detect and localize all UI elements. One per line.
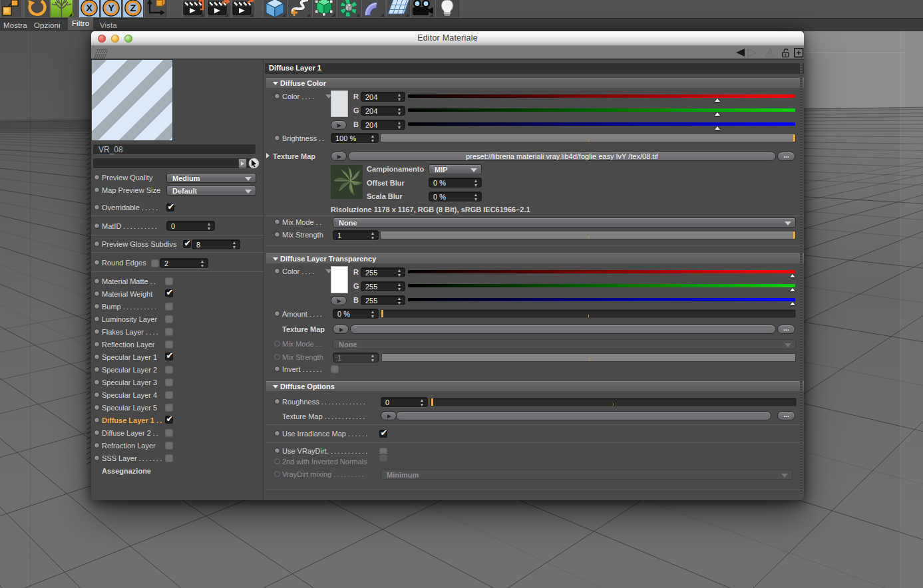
svg-text:X: X [86, 3, 92, 13]
svg-text:Z: Z [130, 3, 136, 13]
svg-text:Y: Y [108, 3, 114, 13]
